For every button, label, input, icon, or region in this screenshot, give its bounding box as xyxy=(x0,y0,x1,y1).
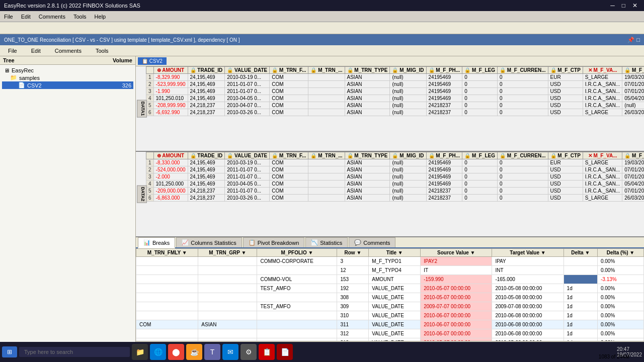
col-trn-type[interactable]: 🔒 M_TRN_TYPE xyxy=(345,152,390,159)
leg-cell: 0 xyxy=(462,173,498,180)
menu-help[interactable]: Help xyxy=(91,13,110,21)
tab-columns-statistics[interactable]: 📈 Columns Statistics xyxy=(176,237,242,247)
content-menu-tools[interactable]: Tools xyxy=(92,47,113,55)
breaks-row[interactable]: 310 VALUE_DATE 2010-06-07 00:00:00 2010-… xyxy=(136,311,644,320)
content-icon-2[interactable]: □ xyxy=(636,37,640,43)
col-va[interactable]: ✕ M_F_VA... xyxy=(583,152,622,159)
taskbar-icon-edge[interactable]: 🌐 xyxy=(150,344,166,360)
breaks-row[interactable]: 312 VALUE_DATE 2010-06-07 00:00:00 2010-… xyxy=(136,329,644,338)
taskbar-icon-outlook[interactable]: ✉ xyxy=(222,344,238,360)
content-menu-edit[interactable]: Edit xyxy=(27,47,45,55)
content-menu-file[interactable]: File xyxy=(4,47,21,55)
col-trn-f[interactable]: 🔒 M_TRN_F... xyxy=(270,152,308,159)
col-grp[interactable]: M_TRN_GRP ▼ xyxy=(198,249,257,257)
menu-comments[interactable]: Comments xyxy=(35,13,69,21)
breaks-row[interactable]: 12 M_F_TYPO4 IT INT 0.00% xyxy=(136,266,644,275)
col-typo0[interactable]: 🔒 M_F_TYPO0 xyxy=(622,67,644,74)
col-trn-f[interactable]: 🔒 M_TRN_F... xyxy=(270,67,308,74)
col-value-date[interactable]: 🔒 VALUE_DATE xyxy=(225,67,270,74)
col-target[interactable]: Target Value ▼ xyxy=(492,249,564,257)
col-curren[interactable]: 🔒 M_F_CURREN... xyxy=(498,67,548,74)
col-curren[interactable]: 🔒 M_F_CURREN... xyxy=(498,152,548,159)
col-pfolio[interactable]: M_PFOLIO ▼ xyxy=(257,249,337,257)
taskbar-search[interactable] xyxy=(19,347,130,357)
content-menu-comments[interactable]: Comments xyxy=(51,47,86,55)
taskbar-icon-teams[interactable]: T xyxy=(204,344,220,360)
content-icon-1[interactable]: 📌 xyxy=(627,37,634,43)
col-trn-type[interactable]: 🔒 M_TRN_TYPE xyxy=(345,67,390,74)
data1-table-wrapper[interactable]: ⊕ AMOUNT 🔒 TRADE_ID 🔒 VALUE_DATE 🔒 M_TRN… xyxy=(146,66,644,151)
col-title[interactable]: Title ▼ xyxy=(369,249,421,257)
col-row[interactable]: Row ▼ xyxy=(337,249,369,257)
table-row[interactable]: 4 101,250.000 24,195,469 2010-04-05 0...… xyxy=(146,180,645,188)
taskbar-icon-chrome[interactable]: ⬤ xyxy=(168,344,184,360)
tab-pivot-breakdown[interactable]: 📋 Pivot Breakdown xyxy=(243,237,305,247)
minimize-button[interactable]: ─ xyxy=(608,2,617,9)
menu-edit[interactable]: Edit xyxy=(17,13,35,21)
table-row[interactable]: 6 -6,692.990 24,218,237 2010-03-26 0... … xyxy=(146,109,645,116)
table-row[interactable]: 3 -1.990 24,195,469 2011-01-07 0... COM … xyxy=(146,88,645,95)
tab-comments[interactable]: 💬 Comments xyxy=(349,237,395,247)
col-trade-id[interactable]: 🔒 TRADE_ID xyxy=(188,67,225,74)
row-num: 1 xyxy=(146,74,154,81)
col-delta-pct[interactable]: Delta (%) ▼ xyxy=(597,249,643,257)
breaks-table-wrapper[interactable]: M_TRN_FMLY ▼ M_TRN_GRP ▼ M_PFOLIO ▼ Row … xyxy=(136,248,644,341)
breaks-row[interactable]: COM ASIAN 311 VALUE_DATE 2010-06-07 00:0… xyxy=(136,320,644,329)
col-ph[interactable]: 🔒 M_F_PH... xyxy=(426,67,462,74)
taskbar-icon-app2[interactable]: 📋 xyxy=(259,344,275,360)
col-delta[interactable]: Delta ▼ xyxy=(564,249,597,257)
grp-cell xyxy=(198,293,257,302)
table-row[interactable]: 6 -6,863.000 24,218,237 2010-03-26 0... … xyxy=(146,195,645,202)
start-button[interactable]: ⊞ xyxy=(2,346,17,357)
csv2-tab[interactable]: 📋 CSV2 xyxy=(138,57,167,65)
table-row[interactable]: 2 -524,000.000 24,195,469 2011-01-07 0..… xyxy=(146,166,645,173)
tab-breaks[interactable]: 📊 Breaks xyxy=(138,237,175,248)
col-leg[interactable]: 🔒 M_F_LEG xyxy=(462,67,498,74)
table-row[interactable]: 5 -209,000.000 24,218,237 2011-01-07 0..… xyxy=(146,188,645,195)
col-trade-id[interactable]: 🔒 TRADE_ID xyxy=(188,152,225,159)
table-row[interactable]: 1 -8,330.000 24,195,469 2010-03-19 0... … xyxy=(146,159,645,166)
table-row[interactable]: 1 -8,329.990 24,195,469 2010-03-19 0... … xyxy=(146,74,645,81)
tab-statistics[interactable]: 📉 Statistics xyxy=(305,237,348,247)
col-fmly[interactable]: M_TRN_FMLY ▼ xyxy=(136,249,198,257)
close-button[interactable]: ✕ xyxy=(630,2,640,9)
data2-table-wrapper[interactable]: ⊕ AMOUNT 🔒 TRADE_ID 🔒 VALUE_DATE 🔒 M_TRN… xyxy=(146,152,644,236)
ctp-cell: USD xyxy=(548,195,583,202)
maximize-button[interactable]: □ xyxy=(619,2,628,9)
table-row[interactable]: 5 -208,999.990 24,218,237 2010-04-07 0..… xyxy=(146,102,645,109)
col-ph[interactable]: 🔒 M_F_PH... xyxy=(426,152,462,159)
col-trn-m[interactable]: 🔒 M_TRN_... xyxy=(308,67,345,74)
col-typo0[interactable]: 🔒 M_F_TYPO0 xyxy=(622,152,644,159)
tree-easyrec[interactable]: 🖥 EasyRec xyxy=(2,67,133,74)
col-amount[interactable]: ⊕ AMOUNT xyxy=(153,152,188,159)
table-row[interactable]: 4 101,250.010 24,195,469 2010-04-05 0...… xyxy=(146,95,645,102)
col-leg[interactable]: 🔒 M_F_LEG xyxy=(462,152,498,159)
col-mig-id[interactable]: 🔒 M_MIG_ID xyxy=(390,152,426,159)
trn-m-cell xyxy=(308,180,345,188)
breaks-row[interactable]: TEST_AMFO 309 VALUE_DATE 2009-07-07 00:0… xyxy=(136,302,644,311)
tree-samples[interactable]: 📁 samples xyxy=(2,74,133,81)
breaks-row[interactable]: COMMO-VOL 153 AMOUNT -159.990 -165.000 -… xyxy=(136,275,644,284)
breaks-row[interactable]: 308 VALUE_DATE 2010-05-07 00:00:00 2010-… xyxy=(136,293,644,302)
col-amount[interactable]: ⊕ AMOUNT xyxy=(153,67,188,74)
tree-csv2[interactable]: 📄 CSV2 326 xyxy=(2,81,133,89)
menu-tools[interactable]: Tools xyxy=(69,13,91,21)
breaks-row[interactable]: TEST_AMFO 192 VALUE_DATE 2010-05-07 00:0… xyxy=(136,284,644,293)
col-trn-m[interactable]: 🔒 M_TRN_... xyxy=(308,152,345,159)
taskbar-icon-app3[interactable]: 📄 xyxy=(277,344,293,360)
trn-type-cell: ASIAN xyxy=(345,173,390,180)
mig-id-cell: (null) xyxy=(390,109,426,116)
menu-file[interactable]: File xyxy=(0,13,17,21)
table-row[interactable]: 3 -2.000 24,195,469 2011-01-07 0... COM … xyxy=(146,173,645,180)
col-value-date[interactable]: 🔒 VALUE_DATE xyxy=(225,152,270,159)
breaks-row[interactable]: COMMO-CORPORATE 3 M_F_TYPO1 IPAY2 IPAY 0… xyxy=(136,257,644,266)
table-row[interactable]: 2 -523,999.990 24,195,469 2011-01-07 0..… xyxy=(146,81,645,88)
col-va[interactable]: ✕ M_F_VA... xyxy=(583,67,622,74)
col-ctp[interactable]: 🔒 M_F_CTP xyxy=(548,67,583,74)
col-source[interactable]: Source Value ▼ xyxy=(421,249,492,257)
taskbar-icon-java[interactable]: ☕ xyxy=(186,344,202,360)
taskbar-icon-explorer[interactable]: 📁 xyxy=(132,344,148,360)
col-ctp[interactable]: 🔒 M_F_CTP xyxy=(548,152,583,159)
col-mig-id[interactable]: 🔒 M_MIG_ID xyxy=(390,67,426,74)
taskbar-icon-app1[interactable]: ⚙ xyxy=(240,344,257,360)
